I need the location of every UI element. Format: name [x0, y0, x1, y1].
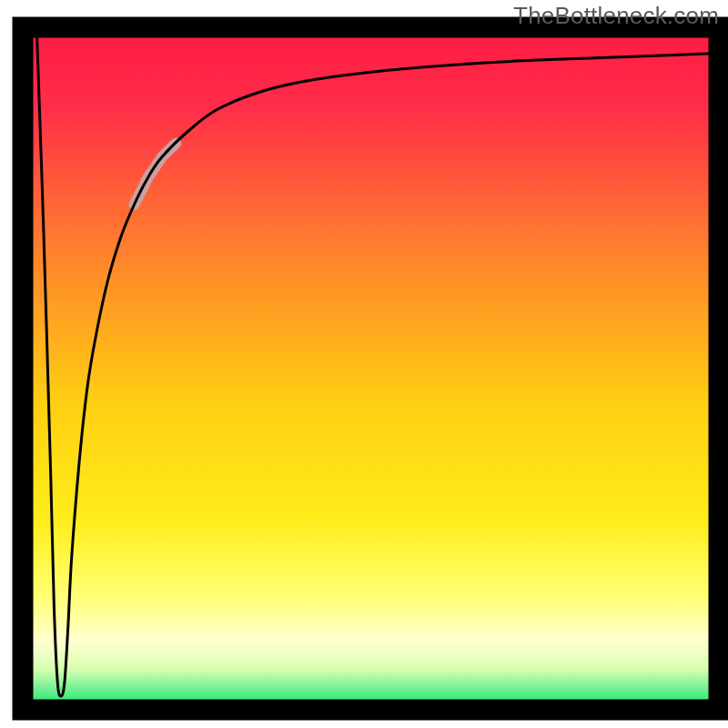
watermark-text: TheBottleneck.com — [513, 2, 719, 30]
chart-container: TheBottleneck.com — [0, 0, 728, 728]
bottleneck-chart — [0, 0, 728, 728]
plot-background — [23, 27, 719, 710]
